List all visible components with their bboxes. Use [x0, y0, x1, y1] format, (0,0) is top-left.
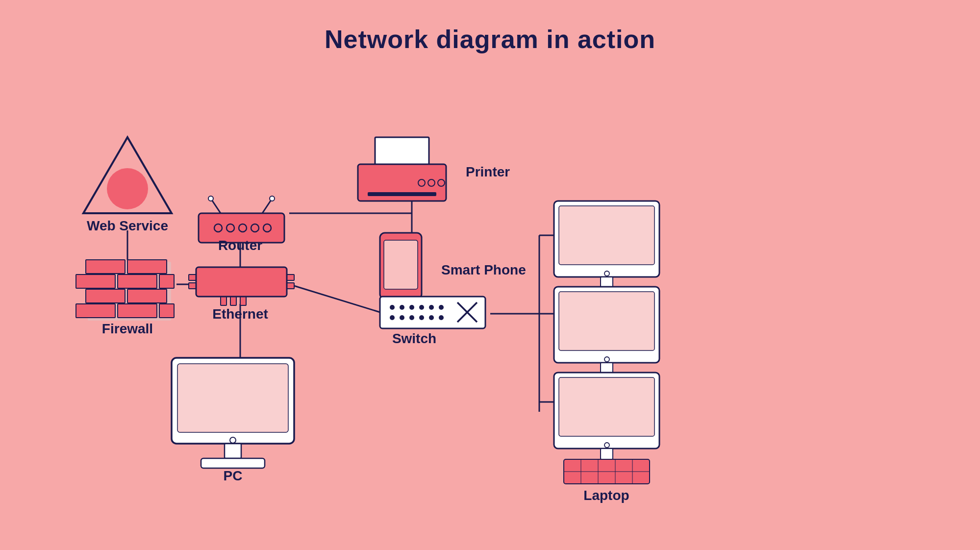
svg-point-14 — [107, 168, 148, 209]
svg-rect-16 — [86, 260, 125, 274]
svg-point-63 — [429, 315, 434, 320]
svg-rect-24 — [118, 304, 157, 318]
smartphone-label: Smart Phone — [441, 262, 526, 277]
router-icon — [199, 196, 284, 243]
svg-line-6 — [289, 284, 385, 314]
svg-point-53 — [390, 305, 395, 310]
svg-point-57 — [429, 305, 434, 310]
svg-rect-40 — [221, 297, 226, 305]
laptop3-icon — [554, 373, 659, 484]
firewall-icon — [76, 260, 174, 321]
svg-rect-52 — [380, 297, 485, 328]
printer-icon — [358, 137, 446, 201]
switch-icon — [380, 297, 485, 328]
pc-label: PC — [224, 468, 243, 483]
svg-point-60 — [400, 315, 404, 320]
svg-point-64 — [439, 315, 444, 320]
svg-rect-42 — [240, 297, 246, 305]
pc-icon — [172, 358, 294, 468]
svg-rect-68 — [177, 364, 288, 432]
svg-rect-21 — [86, 289, 125, 303]
switch-label: Switch — [392, 331, 436, 346]
network-diagram: Web Service Firewall Route — [0, 69, 980, 539]
svg-point-61 — [409, 315, 414, 320]
svg-rect-51 — [384, 240, 418, 289]
svg-rect-49 — [368, 192, 436, 196]
svg-point-33 — [208, 196, 213, 201]
router-label: Router — [218, 238, 262, 253]
web-service-label: Web Service — [87, 218, 168, 233]
svg-point-35 — [270, 196, 275, 201]
page-title: Network diagram in action — [0, 0, 980, 54]
svg-rect-39 — [287, 283, 294, 289]
svg-rect-41 — [230, 297, 236, 305]
svg-point-56 — [419, 305, 424, 310]
laptop3-label: Laptop — [583, 488, 629, 503]
svg-rect-70 — [225, 444, 241, 458]
web-service-icon — [83, 137, 172, 213]
svg-point-62 — [419, 315, 424, 320]
svg-rect-22 — [127, 289, 167, 303]
svg-rect-20 — [159, 275, 174, 288]
svg-rect-71 — [201, 458, 265, 468]
svg-rect-17 — [127, 260, 167, 274]
smartphone-icon — [380, 233, 422, 299]
svg-point-59 — [390, 315, 395, 320]
firewall-label: Firewall — [102, 321, 153, 336]
svg-rect-43 — [196, 267, 287, 297]
ethernet-label: Ethernet — [212, 306, 268, 322]
svg-rect-18 — [76, 275, 115, 288]
ethernet-icon — [189, 267, 294, 305]
svg-rect-19 — [118, 275, 157, 288]
svg-rect-38 — [287, 275, 294, 280]
svg-rect-73 — [559, 206, 654, 265]
svg-point-58 — [439, 305, 444, 310]
svg-rect-23 — [76, 304, 115, 318]
svg-rect-36 — [189, 275, 196, 280]
svg-rect-83 — [559, 292, 654, 350]
printer-label: Printer — [466, 164, 510, 179]
svg-point-55 — [409, 305, 414, 310]
svg-rect-25 — [159, 304, 174, 318]
svg-rect-93 — [559, 377, 654, 436]
svg-rect-37 — [189, 283, 196, 289]
svg-rect-95 — [601, 449, 613, 459]
svg-point-54 — [400, 305, 404, 310]
